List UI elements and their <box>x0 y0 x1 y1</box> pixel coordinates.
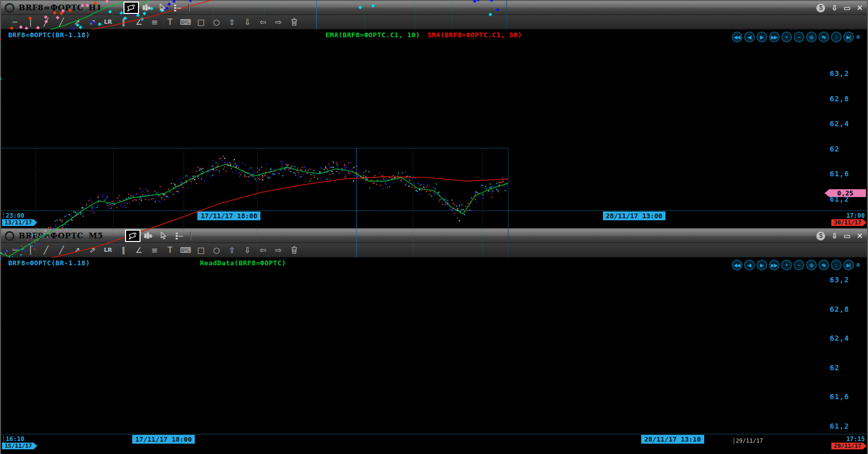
axis-start-date-tag: 15/11/17 <box>2 443 37 449</box>
axis-end-time: 17:00 <box>844 212 865 219</box>
axis-end-date-tag: 29/11/17 <box>831 443 866 449</box>
scroll-right-button[interactable]: ▶ <box>756 32 767 42</box>
indicator-labels: EMA(BRF8=ФОРТС.C1, 10)SMA(BRF8=ФОРТС.C1,… <box>326 31 522 39</box>
volume-profile-icon <box>142 4 152 12</box>
date-marker-box: 17/11/17 18:00 <box>132 435 195 444</box>
scroll-left-button[interactable]: ◀ <box>744 260 755 270</box>
candles-chart-button[interactable] <box>109 3 122 13</box>
zoom-in-button[interactable]: + <box>781 260 792 270</box>
axis-end-time: 17:15 <box>844 435 865 443</box>
dollar-button[interactable]: $ <box>816 232 825 240</box>
draw-mode-button[interactable] <box>125 3 138 13</box>
chart-canvas[interactable] <box>1 29 156 107</box>
pencil-icon <box>127 4 135 11</box>
price-tick-label: 63,2 <box>830 69 849 78</box>
scroll-fast-left-button[interactable]: ◀◀ <box>732 260 742 270</box>
trading-terminal: BRF8=ФОРТС H1 $⇩▭✕ ─│╱╱↗⇗LR∥∠≡T⌨□○⇧⇩⇦⇨ B… <box>0 0 868 454</box>
series-label: BRF8=ФОРТС(BR-1.18) <box>8 31 90 39</box>
price-tick-label: 63,2 <box>830 276 849 284</box>
scroll-fast-left-button[interactable]: ◀◀ <box>732 32 742 42</box>
market-depth-button[interactable] <box>173 231 186 241</box>
cursor-icon <box>159 4 166 12</box>
date-marker-box: 28/11/17 13:10 <box>641 435 704 444</box>
titlebar-h1[interactable]: BRF8=ФОРТС H1 $⇩▭✕ <box>1 1 867 15</box>
titlebar-m5[interactable]: BRF8=ФОРТС M5 $⇩▭✕ <box>1 229 867 243</box>
chart-window-m5: BRF8=ФОРТС M5 $⇩▭✕ ─│╱╱↗⇗LR∥∠≡T⌨□○⇧⇩⇦⇨ B… <box>0 228 868 454</box>
price-tick-label: 61,6 <box>830 170 849 178</box>
collapse-toolbar-button[interactable]: « <box>854 35 863 39</box>
volume-profile-icon <box>143 232 153 240</box>
indicator-label: SMA(BRF8=ФОРТС.C1, 50) <box>427 31 522 39</box>
titlebar-window-controls: $⇩▭✕ <box>816 229 863 243</box>
market-depth-button[interactable] <box>171 3 184 13</box>
volume-profile-button[interactable] <box>142 231 155 241</box>
price-tick-label: 61,6 <box>830 392 849 401</box>
date-marker-box: 28/11/17 13:00 <box>603 211 666 220</box>
price-tick-label: 62,4 <box>830 334 849 342</box>
titlebar-window-controls: $⇩▭✕ <box>816 1 863 14</box>
compress-horizontal-button[interactable]: ↹ <box>818 32 829 42</box>
close-button[interactable]: ✕ <box>857 4 863 11</box>
zoom-out-button[interactable]: − <box>794 260 804 270</box>
indicator-label: EMA(BRF8=ФОРТС.C1, 10) <box>326 31 420 39</box>
zoom-reset-button[interactable]: ◎ <box>806 260 817 270</box>
scroll-fast-right-button[interactable]: ▶▶ <box>769 32 780 42</box>
dollar-button[interactable]: $ <box>816 4 825 12</box>
scroll-left-button[interactable]: ◀ <box>744 32 755 42</box>
price-tick-label: 61,2 <box>830 422 849 430</box>
collapse-toolbar-button[interactable]: « <box>854 263 863 267</box>
minimize-button[interactable]: ▭ <box>844 4 850 11</box>
cursor-icon <box>160 232 167 240</box>
titlebar-tools <box>109 3 192 13</box>
chart-area-m5: BRF8=ФОРТС(BR-1.18) ReadData(BRF8=ФОРТС)… <box>1 258 867 434</box>
price-tick-label: 62,8 <box>830 305 849 313</box>
price-tick-label: 61,2 <box>830 195 849 203</box>
price-tick-label: 62,8 <box>830 95 849 103</box>
axis-start-time: 16:10 <box>3 435 24 443</box>
zoom-in-button[interactable]: + <box>781 32 792 42</box>
compress-vertical-button[interactable]: ↕ <box>831 260 842 270</box>
time-axis-m5[interactable]: 16:1015/11/1717/11/17 18:0028/11/17 13:1… <box>1 434 867 454</box>
price-tick-label: 62,4 <box>830 119 849 128</box>
candles-chart-button[interactable] <box>111 231 124 241</box>
compress-vertical-button[interactable]: ↕ <box>831 32 842 42</box>
zoom-out-button[interactable]: − <box>794 32 804 42</box>
minimize-button[interactable]: ▭ <box>844 232 850 239</box>
market-depth-icon <box>175 232 184 239</box>
axis-end-date-tag: 30/11/17 <box>831 219 866 226</box>
indicator-label: ReadData(BRF8=ФОРТС) <box>200 259 286 267</box>
cursor-mode-button[interactable] <box>156 3 169 13</box>
indicator-labels: ReadData(BRF8=ФОРТС) <box>200 259 286 267</box>
volume-profile-button[interactable] <box>140 3 153 13</box>
cursor-mode-button[interactable] <box>157 231 171 241</box>
download-button[interactable]: ⇩ <box>831 4 838 11</box>
price-tick-label: 62 <box>830 145 840 153</box>
series-label: BRF8=ФОРТС(BR-1.18) <box>8 259 90 267</box>
draw-mode-button[interactable] <box>126 231 140 241</box>
toolbar-separator <box>189 4 190 12</box>
toolbar-separator <box>190 232 191 240</box>
scroll-fast-right-button[interactable]: ▶▶ <box>769 260 780 270</box>
pencil-icon <box>129 232 137 239</box>
market-depth-icon <box>173 4 182 11</box>
close-button[interactable]: ✕ <box>857 232 863 239</box>
compress-horizontal-button[interactable]: ↹ <box>818 260 829 270</box>
secondary-date-label: 29/11/17 <box>734 437 763 444</box>
price-tick-label: 62 <box>830 364 840 372</box>
titlebar-tools <box>111 231 193 241</box>
go-to-end-button[interactable]: ▶| <box>843 260 854 270</box>
zoom-reset-button[interactable]: ◎ <box>806 32 817 42</box>
scroll-right-button[interactable]: ▶ <box>756 260 767 270</box>
chart-nav-toolbar: ◀◀◀▶▶▶+−◎↹↕▶|« <box>732 260 861 270</box>
chart-nav-toolbar: ◀◀◀▶▶▶+−◎↹↕▶|« <box>732 32 861 42</box>
download-button[interactable]: ⇩ <box>831 232 838 239</box>
chart-canvas[interactable] <box>1 258 156 335</box>
go-to-end-button[interactable]: ▶| <box>843 32 854 42</box>
